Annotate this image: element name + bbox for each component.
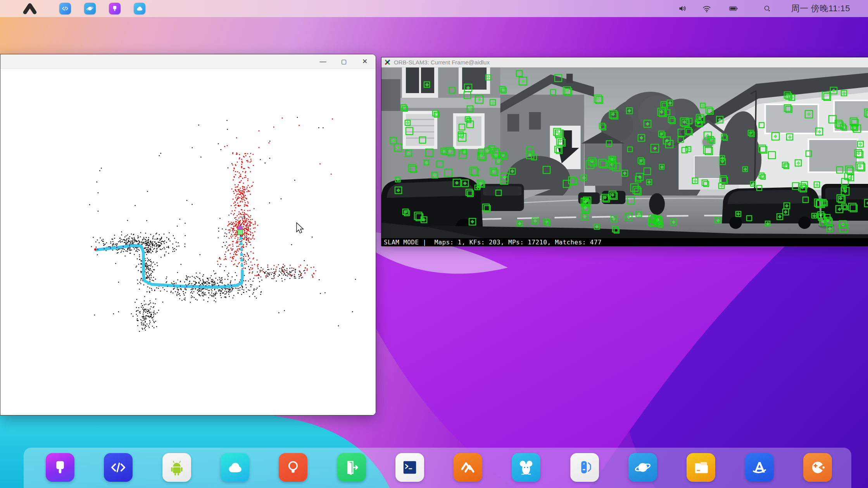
dock bbox=[24, 448, 851, 488]
feature-box bbox=[700, 103, 706, 108]
dock-icon-terminal[interactable] bbox=[395, 453, 424, 482]
feature-box bbox=[786, 133, 793, 140]
feature-box bbox=[437, 161, 443, 168]
feature-box bbox=[458, 133, 466, 142]
feature-box bbox=[644, 168, 651, 175]
mouse-cursor bbox=[297, 223, 304, 233]
feature-box bbox=[500, 173, 509, 182]
feature-box bbox=[581, 175, 587, 181]
slam-map-canvas[interactable] bbox=[0, 69, 376, 415]
dock-icon-mouse-app[interactable] bbox=[512, 453, 540, 482]
feature-box bbox=[742, 166, 748, 172]
code-app-icon[interactable] bbox=[59, 3, 71, 14]
feature-box bbox=[658, 131, 664, 137]
feature-box bbox=[847, 175, 854, 181]
map-viewer-titlebar[interactable]: — ▢ ✕ bbox=[0, 54, 376, 69]
feature-box bbox=[608, 156, 614, 162]
feature-box bbox=[467, 106, 473, 112]
code-icon bbox=[108, 457, 128, 478]
dock-icon-ideas-bulb[interactable] bbox=[279, 453, 307, 482]
feature-box bbox=[783, 202, 790, 209]
aidlux-logo-icon[interactable] bbox=[21, 3, 38, 14]
map-point-cloud bbox=[89, 117, 356, 332]
feature-box bbox=[405, 150, 412, 157]
feature-box bbox=[464, 84, 472, 92]
feature-box bbox=[841, 204, 847, 209]
clock-label[interactable]: 周一 傍晚11:15 bbox=[791, 0, 850, 17]
feature-box bbox=[395, 177, 400, 182]
feature-box bbox=[475, 95, 483, 104]
planet-icon bbox=[86, 4, 94, 13]
battery-icon[interactable] bbox=[725, 3, 742, 14]
feature-box bbox=[606, 140, 612, 147]
game-icon bbox=[808, 457, 828, 478]
planet-app-icon[interactable] bbox=[84, 3, 96, 14]
mouse-icon bbox=[516, 457, 536, 478]
code-icon bbox=[61, 4, 69, 13]
dock-icon-games[interactable] bbox=[803, 453, 832, 482]
orbslam-frame-window: ORB-SLAM3: Current Frame@aidlux bbox=[381, 57, 868, 246]
feature-box bbox=[759, 122, 764, 128]
feature-box bbox=[563, 87, 571, 95]
feature-box bbox=[664, 109, 670, 115]
feature-box bbox=[805, 110, 813, 118]
feature-box bbox=[599, 123, 605, 129]
feature-box bbox=[627, 147, 633, 152]
minimize-button[interactable]: — bbox=[315, 56, 331, 67]
close-button[interactable]: ✕ bbox=[357, 56, 373, 67]
dock-icon-appstore-a[interactable] bbox=[745, 453, 774, 482]
feature-box bbox=[851, 124, 857, 130]
weather-app-icon[interactable] bbox=[134, 3, 145, 14]
feature-box bbox=[484, 147, 490, 154]
feature-box bbox=[836, 166, 843, 173]
feature-box bbox=[462, 149, 467, 154]
feature-box bbox=[685, 146, 691, 152]
feature-box bbox=[854, 149, 862, 157]
feature-box bbox=[720, 175, 727, 183]
feature-box bbox=[449, 87, 456, 93]
feature-box bbox=[765, 221, 770, 226]
feature-box bbox=[782, 209, 789, 215]
feature-box bbox=[678, 129, 685, 137]
feature-box bbox=[509, 168, 516, 175]
paint-app-icon[interactable] bbox=[109, 3, 121, 14]
search-icon[interactable] bbox=[761, 3, 773, 14]
android-icon bbox=[167, 457, 187, 478]
feature-box bbox=[419, 137, 426, 144]
dock-icon-exit-door[interactable] bbox=[337, 453, 366, 482]
dock-icon-browser-planet[interactable] bbox=[628, 453, 657, 482]
dock-icon-android[interactable] bbox=[162, 453, 191, 482]
phone-icon bbox=[575, 457, 595, 478]
feature-box bbox=[424, 160, 429, 165]
feature-box bbox=[827, 225, 833, 232]
feature-box bbox=[464, 92, 471, 99]
feature-box bbox=[495, 190, 502, 196]
feature-box bbox=[581, 213, 588, 220]
feature-box bbox=[626, 107, 633, 114]
dock-icon-weather-cloud[interactable] bbox=[221, 453, 249, 482]
dock-icon-files-folder[interactable] bbox=[687, 453, 715, 482]
feature-box bbox=[845, 166, 853, 173]
feature-box bbox=[814, 182, 820, 188]
feature-box bbox=[609, 110, 617, 118]
feature-box bbox=[490, 99, 496, 106]
feature-box bbox=[708, 136, 714, 143]
feature-box bbox=[638, 157, 644, 164]
dock-icon-device-phone[interactable] bbox=[570, 453, 599, 482]
dock-icon-theme-paint[interactable] bbox=[46, 453, 74, 482]
maximize-button[interactable]: ▢ bbox=[336, 56, 352, 67]
feature-box bbox=[402, 209, 409, 215]
feature-box bbox=[636, 173, 644, 181]
dock-icon-aid-peaks[interactable] bbox=[454, 453, 482, 482]
volume-icon[interactable] bbox=[676, 3, 689, 14]
feature-box bbox=[646, 179, 652, 185]
feature-box bbox=[630, 183, 638, 192]
dock-icon-code-editor[interactable] bbox=[104, 453, 133, 482]
feature-box bbox=[661, 101, 667, 107]
feature-box bbox=[806, 151, 812, 157]
orbslam-titlebar[interactable]: ORB-SLAM3: Current Frame@aidlux bbox=[381, 57, 868, 67]
wifi-icon[interactable] bbox=[700, 3, 713, 14]
feature-box bbox=[759, 173, 764, 178]
feature-box bbox=[840, 124, 846, 130]
letterA-icon bbox=[749, 457, 770, 478]
